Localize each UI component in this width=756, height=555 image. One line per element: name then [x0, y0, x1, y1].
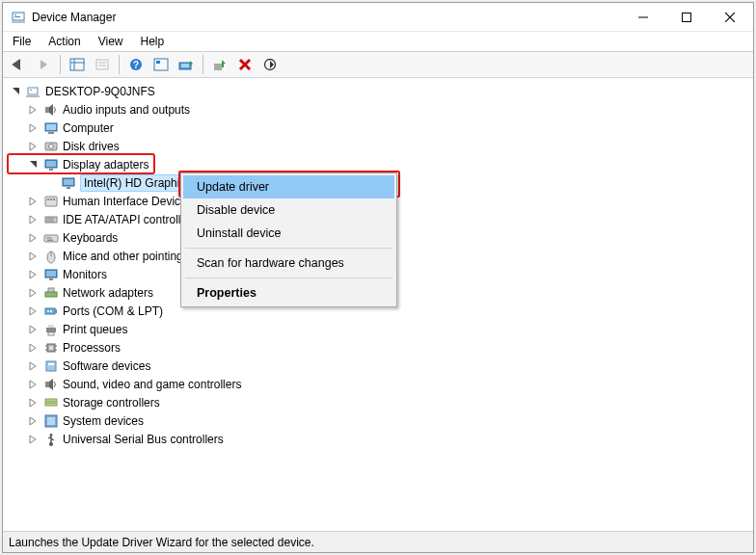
svg-rect-41: [47, 198, 49, 200]
tree-node-system-devices[interactable]: System devices: [5, 411, 751, 430]
expand-icon[interactable]: [26, 323, 40, 336]
svg-rect-76: [45, 382, 49, 387]
device-tree[interactable]: DESKTOP-9Q0JNFS Audio inputs and outputs…: [3, 78, 753, 531]
svg-rect-65: [46, 328, 56, 332]
expand-icon[interactable]: [26, 121, 40, 135]
tree-node-label: Universal Serial Bus controllers: [63, 433, 224, 446]
expand-icon[interactable]: [26, 414, 40, 428]
tree-node-label: Display adapters: [63, 158, 148, 172]
expand-icon[interactable]: [26, 231, 40, 245]
svg-rect-39: [67, 187, 70, 189]
update-driver-toolbar-button[interactable]: [208, 54, 231, 75]
usb-icon: [43, 432, 59, 447]
svg-rect-30: [46, 124, 56, 130]
menu-view[interactable]: View: [91, 33, 131, 50]
minimize-button[interactable]: [621, 3, 664, 31]
forward-button[interactable]: [32, 54, 55, 75]
tree-node-universal-serial-bus-controllers[interactable]: Universal Serial Bus controllers: [5, 430, 751, 448]
close-button[interactable]: [708, 3, 751, 31]
context-menu-scan-for-hardware-changes[interactable]: Scan for hardware changes: [183, 251, 394, 275]
disable-button[interactable]: [258, 54, 282, 75]
expand-icon[interactable]: [26, 286, 40, 300]
show-hide-tree-button[interactable]: [66, 54, 89, 75]
tree-node-display-adapters[interactable]: Display adapters: [5, 155, 751, 173]
expand-icon[interactable]: [26, 359, 40, 373]
tree-node-storage-controllers[interactable]: Storage controllers: [5, 393, 751, 411]
svg-rect-67: [48, 332, 54, 335]
expander-spacer: [43, 176, 57, 190]
tree-node-label: IDE ATA/ATAPI controllers: [63, 213, 197, 226]
expand-icon[interactable]: [26, 103, 40, 117]
context-menu-disable-device[interactable]: Disable device: [183, 198, 394, 222]
context-menu-properties[interactable]: Properties: [183, 281, 394, 304]
display-icon: [43, 157, 59, 172]
tree-node-label: Monitors: [63, 268, 107, 281]
tree-node-disk-drives[interactable]: Disk drives: [5, 137, 751, 155]
expand-icon[interactable]: [26, 268, 40, 281]
svg-rect-2: [14, 16, 20, 17]
collapse-icon[interactable]: [9, 85, 22, 98]
tree-node-processors[interactable]: Processors: [5, 338, 751, 357]
uninstall-button[interactable]: [233, 54, 256, 75]
status-text: Launches the Update Driver Wizard for th…: [9, 536, 314, 549]
audio-icon: [43, 377, 59, 392]
action-button[interactable]: [149, 54, 173, 75]
svg-rect-27: [26, 95, 40, 97]
device-manager-icon: [11, 10, 26, 25]
svg-rect-52: [50, 237, 52, 239]
menu-file[interactable]: File: [5, 33, 39, 50]
tree-node-print-queues[interactable]: Print queues: [5, 320, 751, 338]
svg-point-63: [50, 310, 52, 312]
svg-point-62: [47, 310, 49, 312]
svg-point-33: [49, 144, 54, 148]
software-icon: [43, 358, 59, 374]
expand-icon[interactable]: [26, 304, 40, 318]
title-bar: Device Manager: [3, 3, 753, 32]
svg-rect-80: [47, 417, 55, 425]
tree-node-sound-video-and-game-controllers[interactable]: Sound, video and game controllers: [5, 375, 751, 393]
tree-node-computer[interactable]: Computer: [5, 119, 751, 137]
collapse-icon[interactable]: [26, 158, 40, 172]
storage-icon: [43, 395, 59, 410]
display-icon: [61, 175, 76, 191]
expand-icon[interactable]: [26, 213, 40, 226]
scan-button[interactable]: [175, 54, 198, 75]
svg-point-81: [49, 442, 53, 446]
svg-rect-5: [682, 13, 690, 21]
svg-rect-35: [46, 161, 56, 167]
expand-icon[interactable]: [26, 250, 40, 263]
svg-text:?: ?: [133, 60, 139, 70]
tree-node-software-devices[interactable]: Software devices: [5, 357, 751, 375]
maximize-button[interactable]: [664, 3, 708, 31]
help-button[interactable]: ?: [124, 54, 148, 75]
tree-node-root[interactable]: DESKTOP-9Q0JNFS: [5, 82, 751, 100]
system-icon: [43, 413, 59, 429]
expand-icon[interactable]: [26, 195, 40, 208]
svg-rect-40: [45, 197, 57, 206]
expand-icon[interactable]: [26, 433, 40, 446]
svg-rect-43: [53, 198, 55, 200]
toolbar-separator: [202, 55, 203, 74]
display-icon: [43, 267, 59, 282]
computer-icon: [43, 120, 59, 136]
svg-rect-60: [48, 288, 54, 292]
cpu-icon: [43, 340, 59, 356]
expand-icon[interactable]: [26, 378, 40, 391]
svg-rect-75: [48, 363, 54, 365]
back-button[interactable]: [7, 54, 30, 75]
svg-rect-58: [49, 278, 53, 280]
svg-rect-66: [48, 325, 54, 328]
tree-node-audio-inputs-and-outputs[interactable]: Audio inputs and outputs: [5, 100, 751, 119]
properties-button[interactable]: [91, 54, 114, 75]
tree-node-label: Audio inputs and outputs: [63, 103, 190, 117]
menu-action[interactable]: Action: [40, 33, 88, 50]
menu-help[interactable]: Help: [133, 33, 173, 50]
network-icon: [43, 285, 59, 301]
expand-icon[interactable]: [26, 341, 40, 355]
context-menu-uninstall-device[interactable]: Uninstall device: [183, 222, 394, 245]
expand-icon[interactable]: [26, 396, 40, 410]
context-menu-update-driver[interactable]: Update driver: [183, 175, 394, 198]
expand-icon[interactable]: [26, 140, 40, 153]
audio-icon: [43, 102, 59, 118]
svg-rect-20: [214, 64, 222, 70]
